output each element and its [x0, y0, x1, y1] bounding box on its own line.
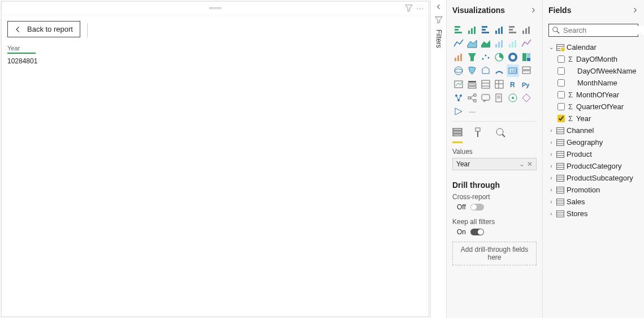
viz-stacked-column[interactable]	[466, 24, 478, 36]
viz-arcgis[interactable]	[507, 92, 519, 104]
svg-rect-99	[557, 187, 564, 193]
viz-scatter[interactable]	[479, 51, 492, 63]
viz-line-clustered-column[interactable]	[507, 37, 519, 50]
viz-power-apps[interactable]	[520, 92, 533, 104]
viz-paginated[interactable]	[493, 92, 505, 104]
viz-key-influencers[interactable]	[452, 92, 465, 104]
viz-kpi[interactable]	[452, 78, 465, 91]
table-label: Product	[567, 150, 592, 158]
svg-rect-15	[522, 31, 524, 34]
card-visual[interactable]: Year 10284801	[7, 44, 64, 65]
field-checkbox[interactable]	[557, 103, 565, 110]
keep-filters-toggle[interactable]	[470, 229, 484, 235]
cross-report-label: Cross-report	[452, 193, 537, 201]
viz-shape-map[interactable]	[479, 65, 492, 77]
field-checkbox[interactable]	[557, 79, 565, 87]
viz-multi-row-card[interactable]	[520, 65, 533, 77]
field-quarterofyear[interactable]: ΣQuarterOfYear	[557, 101, 638, 113]
drillthrough-drop-zone[interactable]: Add drill-through fields here	[452, 242, 537, 265]
visualization-type-grid: 123RPy···	[452, 24, 537, 118]
svg-rect-21	[498, 42, 500, 48]
table-productcategory[interactable]: ›ProductCategory	[548, 160, 638, 172]
viz-100-stacked-bar[interactable]	[507, 24, 519, 36]
viz-table[interactable]	[479, 78, 492, 91]
viz-100-stacked-column[interactable]	[520, 24, 533, 36]
tab-format[interactable]	[474, 125, 484, 143]
field-checkbox[interactable]	[557, 115, 565, 122]
field-monthname[interactable]: MonthName	[557, 77, 638, 89]
card-visual-value: 10284801	[7, 57, 64, 65]
viz-more[interactable]: ···	[466, 105, 478, 118]
cross-report-toggle[interactable]	[470, 204, 484, 210]
filters-pane-collapsed[interactable]: Filters	[430, 0, 446, 318]
viz-gauge[interactable]	[493, 65, 505, 77]
svg-rect-7	[482, 29, 486, 31]
table-icon	[556, 199, 564, 205]
table-product[interactable]: ›Product	[548, 148, 638, 160]
field-label: Year	[576, 114, 591, 123]
viz-stacked-area[interactable]	[479, 37, 492, 50]
viz-map[interactable]	[452, 65, 465, 77]
svg-rect-4	[471, 28, 473, 34]
viz-python-visual[interactable]: Py	[520, 78, 533, 91]
viz-r-visual[interactable]: R	[507, 78, 519, 91]
table-geography[interactable]: ›Geography	[548, 136, 638, 148]
visualizations-header: Visualizations	[447, 0, 542, 20]
viz-line-stacked-column[interactable]	[493, 37, 505, 50]
viz-slicer[interactable]	[466, 78, 478, 91]
more-options-icon[interactable]: ···	[416, 4, 424, 12]
table-sales[interactable]: ›Sales	[548, 196, 638, 208]
table-stores[interactable]: ›Stores	[548, 208, 638, 220]
table-channel[interactable]: ›Channel	[548, 124, 638, 136]
chevron-right-icon[interactable]	[530, 7, 537, 14]
svg-rect-42	[522, 67, 530, 70]
viz-stacked-bar[interactable]	[452, 24, 465, 36]
table-calendar[interactable]: ⌄Calendar	[548, 41, 638, 53]
fields-search-input[interactable]	[563, 26, 644, 35]
viz-treemap[interactable]	[520, 51, 533, 63]
svg-rect-66	[482, 94, 490, 100]
chevron-down-icon[interactable]: ⌄	[519, 160, 525, 168]
fields-search[interactable]	[548, 24, 638, 37]
field-monthofyear[interactable]: ΣMonthOfYear	[557, 89, 638, 101]
tab-fields[interactable]	[452, 125, 463, 143]
viz-donut[interactable]	[507, 51, 519, 63]
field-checkbox[interactable]	[557, 67, 565, 75]
viz-line[interactable]	[452, 37, 465, 50]
table-productsubcategory[interactable]: ›ProductSubcategory	[548, 172, 638, 184]
viz-filled-map[interactable]	[466, 65, 478, 77]
field-dayofmonth[interactable]: ΣDayOfMonth	[557, 53, 638, 65]
svg-rect-22	[501, 40, 503, 48]
viz-power-automate[interactable]	[452, 105, 465, 118]
viz-area[interactable]	[466, 37, 478, 50]
viz-clustered-column[interactable]	[493, 24, 505, 36]
values-field-chip[interactable]: Year ⌄ ✕	[452, 158, 537, 170]
field-year[interactable]: ΣYear	[557, 113, 638, 124]
tab-analytics[interactable]	[495, 125, 505, 143]
field-label: DayOfWeekName	[577, 67, 637, 75]
svg-rect-47	[468, 87, 476, 88]
back-button-label: Back to report	[27, 25, 73, 33]
field-checkbox[interactable]	[557, 91, 565, 98]
drag-handle-icon[interactable]	[209, 7, 222, 9]
funnel-icon[interactable]	[405, 4, 413, 12]
viz-card[interactable]: 123	[507, 65, 519, 77]
viz-ribbon[interactable]	[520, 37, 533, 50]
table-label: ProductSubcategory	[567, 174, 633, 182]
table-icon	[556, 210, 564, 217]
viz-waterfall[interactable]	[452, 51, 465, 63]
field-dayofweekname[interactable]: DayOfWeekName	[557, 65, 638, 77]
viz-pie[interactable]	[493, 51, 505, 63]
remove-field-icon[interactable]: ✕	[527, 160, 533, 168]
viz-clustered-bar[interactable]	[479, 24, 492, 36]
viz-decomposition-tree[interactable]	[466, 92, 478, 104]
chevron-right-icon[interactable]	[632, 7, 638, 14]
viz-funnel[interactable]	[466, 51, 478, 63]
viz-matrix[interactable]	[493, 78, 505, 91]
field-checkbox[interactable]	[557, 55, 565, 63]
table-promotion[interactable]: ›Promotion	[548, 184, 638, 196]
field-label: QuarterOfYear	[576, 102, 624, 111]
table-icon	[556, 187, 564, 194]
viz-qna[interactable]	[479, 92, 492, 104]
back-to-report-button[interactable]: Back to report	[7, 21, 80, 37]
